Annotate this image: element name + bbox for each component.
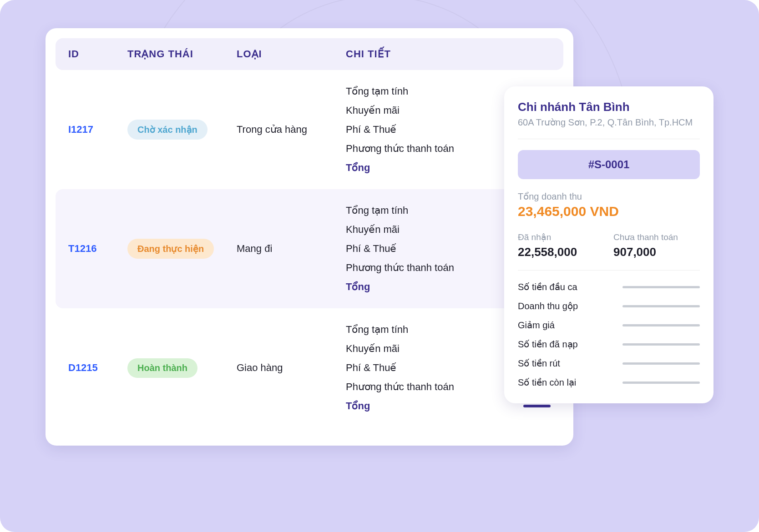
col-header-type: LOẠI: [237, 48, 341, 60]
col-header-status: TRẠNG THÁI: [127, 48, 232, 60]
detail-label: Tổng: [346, 162, 370, 174]
detail-label: Khuyến mãi: [346, 343, 400, 355]
stat-label: Số tiền rút: [518, 358, 560, 369]
detail-label: Khuyến mãi: [346, 224, 400, 236]
stat-label: Giảm giá: [518, 320, 555, 331]
order-id[interactable]: D1215: [68, 362, 123, 374]
detail-label: Tổng: [346, 400, 370, 412]
stat-list: Số tiền đầu caDoanh thu gộpGiảm giáSố ti…: [518, 281, 700, 388]
detail-label: Tổng tạm tính: [346, 85, 408, 97]
stat-line: Giảm giá: [518, 320, 700, 331]
stat-line: Số tiền rút: [518, 358, 700, 369]
placeholder-bar: [622, 362, 700, 365]
orders-card: ID TRẠNG THÁI LOẠI CHI TIẾT I1217Chờ xác…: [46, 28, 573, 446]
col-header-detail: CHI TIẾT: [346, 48, 551, 60]
order-id[interactable]: T1216: [68, 243, 123, 255]
stat-label: Số tiền đã nạp: [518, 339, 578, 350]
stat-line: Số tiền đã nạp: [518, 339, 700, 350]
status-badge: Chờ xác nhận: [127, 120, 207, 140]
status-badge: Hoàn thành: [127, 358, 197, 378]
table-row[interactable]: T1216Đang thực hiệnMang điTổng tạm tínhK…: [56, 189, 563, 308]
placeholder-bar: [622, 324, 700, 326]
branch-summary-card: Chi nhánh Tân Bình 60A Trường Sơn, P.2, …: [504, 86, 713, 403]
revenue-label: Tổng doanh thu: [518, 191, 700, 202]
received-unpaid-block: Đã nhận 22,558,000 Chưa thanh toán 907,0…: [518, 232, 700, 259]
received-label: Đã nhận: [518, 232, 604, 242]
branch-name: Chi nhánh Tân Bình: [518, 100, 700, 114]
detail-label: Tổng tạm tính: [346, 324, 408, 336]
table-header: ID TRẠNG THÁI LOẠI CHI TIẾT: [56, 38, 563, 70]
branch-address: 60A Trường Sơn, P.2, Q.Tân Bình, Tp.HCM: [518, 117, 700, 128]
order-type: Trong cửa hàng: [237, 124, 341, 136]
app-stage: ID TRẠNG THÁI LOẠI CHI TIẾT I1217Chờ xác…: [0, 0, 759, 532]
detail-label: Phương thức thanh toán: [346, 143, 454, 155]
detail-label: Tổng: [346, 281, 370, 293]
placeholder-bar: [622, 381, 700, 384]
status-badge: Đang thực hiện: [127, 239, 214, 259]
detail-label: Phương thức thanh toán: [346, 381, 454, 393]
placeholder-bar: [622, 286, 700, 288]
detail-label: Phí & Thuế: [346, 124, 396, 136]
divider: [518, 139, 700, 139]
detail-label: Phí & Thuế: [346, 243, 396, 255]
order-type: Mang đi: [237, 243, 341, 255]
table-row[interactable]: I1217Chờ xác nhậnTrong cửa hàngTổng tạm …: [56, 70, 563, 189]
received-value: 22,558,000: [518, 245, 604, 259]
status-cell: Chờ xác nhận: [127, 120, 232, 140]
unpaid-label: Chưa thanh toán: [613, 232, 700, 242]
placeholder-bar: [523, 405, 551, 407]
detail-label: Khuyến mãi: [346, 105, 400, 116]
detail-label: Tổng tạm tính: [346, 205, 408, 216]
detail-label: Phí & Thuế: [346, 362, 396, 374]
stat-label: Số tiền còn lại: [518, 377, 576, 388]
order-id[interactable]: I1217: [68, 124, 123, 136]
stat-label: Doanh thu gộp: [518, 301, 578, 311]
divider: [518, 270, 700, 271]
stat-line: Số tiền đầu ca: [518, 281, 700, 292]
stat-line: Số tiền còn lại: [518, 377, 700, 388]
revenue-value: 23,465,000 VND: [518, 204, 700, 219]
session-code-badge[interactable]: #S-0001: [518, 150, 700, 179]
status-cell: Hoàn thành: [127, 358, 232, 378]
stat-label: Số tiền đầu ca: [518, 281, 577, 292]
placeholder-bar: [622, 305, 700, 307]
stat-line: Doanh thu gộp: [518, 301, 700, 311]
order-type: Giao hàng: [237, 362, 341, 374]
col-header-id: ID: [68, 48, 123, 60]
table-row[interactable]: D1215Hoàn thànhGiao hàngTổng tạm tínhKhu…: [56, 308, 563, 427]
status-cell: Đang thực hiện: [127, 239, 232, 259]
detail-label: Phương thức thanh toán: [346, 262, 454, 274]
placeholder-bar: [622, 343, 700, 346]
unpaid-value: 907,000: [613, 245, 700, 259]
